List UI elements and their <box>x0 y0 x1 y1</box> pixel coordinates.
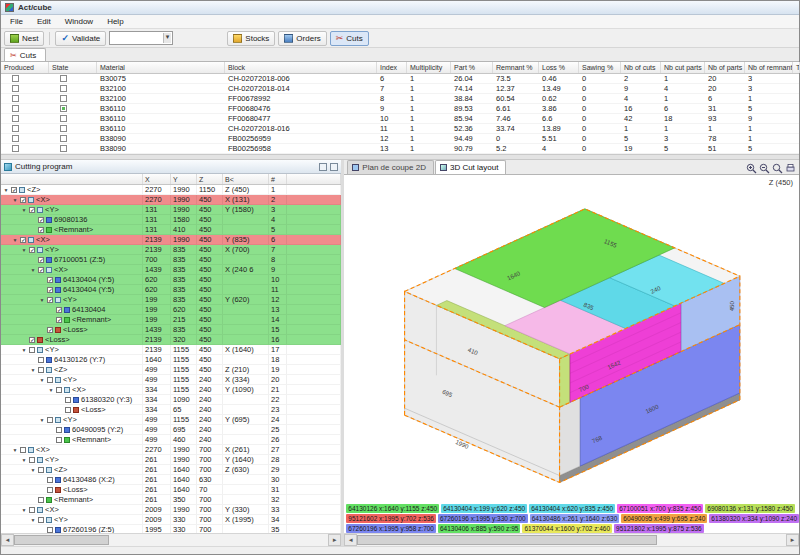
table-row[interactable]: B30075CH-02072018-0066126.0473.50.460212… <box>1 74 799 84</box>
produced-checkbox[interactable] <box>12 95 19 102</box>
column-header[interactable]: Nb of parts <box>705 62 745 73</box>
tree-row[interactable]: <Loss>143983545015 <box>1 325 341 335</box>
expander-icon[interactable]: ▼ <box>21 347 27 353</box>
column-header[interactable]: Nb of cuts <box>621 62 661 73</box>
tree-row[interactable]: ▼<X>3341155240Y (1090)21 <box>1 385 341 395</box>
menu-item-edit[interactable]: Edit <box>30 16 58 27</box>
tree-row[interactable]: 61380320 (Y:3)334109024022 <box>1 395 341 405</box>
column-header[interactable]: Remnant % <box>493 62 539 73</box>
menu-item-file[interactable]: File <box>3 16 30 27</box>
tree-row[interactable]: <Loss>3346524023 <box>1 405 341 415</box>
column-header[interactable]: Tim <box>793 62 800 73</box>
view-hscrollbar[interactable]: ◄ ► <box>344 533 799 546</box>
row-checkbox[interactable] <box>20 197 26 203</box>
tree-row[interactable]: ▼<X>22701990450X (131)2 <box>1 195 341 205</box>
column-header[interactable]: Index <box>377 62 407 73</box>
table-row[interactable]: B36110FF006804769189.536.613.860166315 <box>1 104 799 114</box>
row-checkbox[interactable] <box>29 247 35 253</box>
state-checkbox[interactable] <box>60 95 67 102</box>
stocks-button[interactable]: Stocks <box>227 31 275 46</box>
scroll-right-arrow[interactable]: ► <box>328 534 341 546</box>
row-checkbox[interactable] <box>47 287 53 293</box>
produced-checkbox[interactable] <box>12 145 19 152</box>
tree-col-num[interactable]: # <box>269 174 287 184</box>
table-row[interactable]: B38090FB0025695912194.4905.51053781 <box>1 134 799 144</box>
state-checkbox[interactable] <box>60 115 67 122</box>
column-header[interactable]: Part % <box>451 62 493 73</box>
tree-row[interactable]: ▼<X>22701990700X (261)27 <box>1 445 341 455</box>
row-checkbox[interactable] <box>38 257 44 263</box>
row-checkbox[interactable] <box>38 497 44 503</box>
validate-button[interactable]: ✓ Validate <box>55 31 106 46</box>
expander-icon[interactable]: ▼ <box>30 367 36 373</box>
row-checkbox[interactable] <box>47 327 53 333</box>
tree-row[interactable]: ▼<Y>1311990450Y (1580)3 <box>1 205 341 215</box>
tree-row[interactable]: 6413040419962045013 <box>1 305 341 315</box>
scroll-left-arrow[interactable]: ◄ <box>344 534 357 546</box>
print-icon[interactable] <box>784 162 796 174</box>
float-panel-icon[interactable] <box>319 163 327 171</box>
row-checkbox[interactable] <box>56 437 62 443</box>
expander-icon[interactable]: ▼ <box>21 247 27 253</box>
column-header[interactable]: Material <box>97 62 225 73</box>
scroll-thumb[interactable] <box>357 535 657 545</box>
expander-icon[interactable]: ▼ <box>12 447 18 453</box>
row-checkbox[interactable] <box>56 317 62 323</box>
maximize-panel-icon[interactable] <box>330 163 338 171</box>
tree-row[interactable]: <Loss>213932045016 <box>1 335 341 345</box>
expander-icon[interactable]: ▼ <box>30 517 36 523</box>
row-checkbox[interactable] <box>29 347 35 353</box>
row-checkbox[interactable] <box>38 357 44 363</box>
produced-checkbox[interactable] <box>12 135 19 142</box>
row-checkbox[interactable] <box>65 397 71 403</box>
nest-button[interactable]: Nest <box>4 31 44 46</box>
state-checkbox[interactable] <box>60 145 67 152</box>
row-checkbox[interactable] <box>47 277 53 283</box>
expander-icon[interactable]: ▼ <box>39 377 45 383</box>
row-checkbox[interactable] <box>20 237 26 243</box>
expander-icon[interactable]: ▼ <box>3 187 9 193</box>
table-row[interactable]: B32100CH-02072018-0147174.1412.3713.4909… <box>1 84 799 94</box>
expander-icon[interactable]: ▼ <box>21 507 27 513</box>
row-checkbox[interactable] <box>29 337 35 343</box>
row-checkbox[interactable] <box>38 517 44 523</box>
tree-row[interactable]: ▼<X>1439835450X (240 69 <box>1 265 341 275</box>
row-checkbox[interactable] <box>47 377 53 383</box>
tree-row[interactable]: ▼<Z>4991155450Z (210)19 <box>1 365 341 375</box>
tree-row[interactable]: 64130126 (Y:7)1640115545018 <box>1 355 341 365</box>
row-checkbox[interactable] <box>29 207 35 213</box>
tree-row[interactable]: ▼<Z>227019901150Z (450)1 <box>1 185 341 195</box>
row-checkbox[interactable] <box>65 407 71 413</box>
tree-row[interactable]: ▼<Y>2139835450X (700)7 <box>1 245 341 255</box>
column-header[interactable]: Produced <box>1 62 49 73</box>
expander-icon[interactable]: ▼ <box>39 417 45 423</box>
column-header[interactable]: Nb of remnants <box>745 62 793 73</box>
table-row[interactable]: B36110CH-02072018-01611152.3633.7413.890… <box>1 124 799 134</box>
tree-row[interactable]: ▼<Y>2009330700X (1995)34 <box>1 515 341 525</box>
tree-row[interactable]: <Remnant>49946024026 <box>1 435 341 445</box>
expander-icon[interactable]: ▼ <box>12 197 18 203</box>
scroll-left-arrow[interactable]: ◄ <box>1 534 14 546</box>
tree-col-y[interactable]: Y <box>171 174 197 184</box>
tree-row[interactable]: 60490095 (Y:2)49969524025 <box>1 425 341 435</box>
scroll-thumb[interactable] <box>14 535 109 545</box>
scroll-right-arrow[interactable]: ► <box>786 534 799 546</box>
table-row[interactable]: B32100FF006789928138.8460.540.6204161 <box>1 94 799 104</box>
expander-icon[interactable]: ▼ <box>30 467 36 473</box>
row-checkbox[interactable] <box>47 297 53 303</box>
row-checkbox[interactable] <box>38 367 44 373</box>
cut-3d-canvas[interactable]: Z (450) <box>344 175 799 503</box>
tree-row[interactable]: 67100051 (Z:5)7008354508 <box>1 255 341 265</box>
tree-col-z[interactable]: Z <box>197 174 223 184</box>
row-checkbox[interactable] <box>29 507 35 513</box>
tree-row[interactable]: ▼<Y>21391155450X (1640)17 <box>1 345 341 355</box>
tree-row[interactable]: <Remnant>1314104505 <box>1 225 341 235</box>
produced-checkbox[interactable] <box>12 85 19 92</box>
tree-row[interactable]: <Loss>26116407031 <box>1 485 341 495</box>
tree-row[interactable]: 64130404 (Y:5)62083545011 <box>1 285 341 295</box>
row-checkbox[interactable] <box>11 187 17 193</box>
tree-row[interactable]: ▼<Y>2611990700Y (1640)28 <box>1 455 341 465</box>
column-header[interactable]: Block <box>225 62 377 73</box>
expander-icon[interactable]: ▼ <box>12 237 18 243</box>
tree-row[interactable]: 64130486 (X:2)261164063030 <box>1 475 341 485</box>
